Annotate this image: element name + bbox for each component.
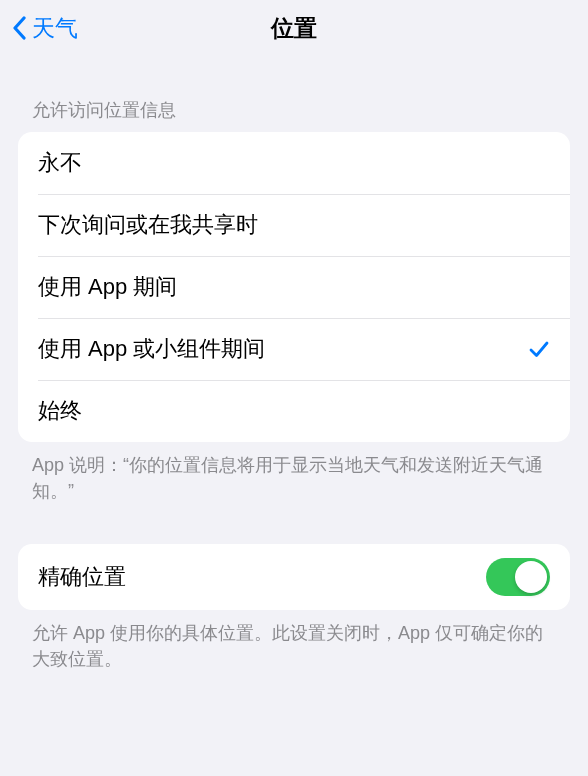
section-footer: App 说明：“你的位置信息将用于显示当地天气和发送附近天气通知。” — [0, 442, 588, 504]
option-always[interactable]: 始终 — [18, 380, 570, 442]
option-while-using-or-widgets[interactable]: 使用 App 或小组件期间 — [18, 318, 570, 380]
section-precise-location: 精确位置 允许 App 使用你的具体位置。此设置关闭时，App 仅可确定你的大致… — [0, 544, 588, 672]
section-footer: 允许 App 使用你的具体位置。此设置关闭时，App 仅可确定你的大致位置。 — [0, 610, 588, 672]
nav-bar: 天气 位置 — [0, 0, 588, 56]
page-title: 位置 — [0, 13, 588, 44]
option-label: 始终 — [38, 381, 550, 442]
section-header: 允许访问位置信息 — [0, 98, 588, 132]
precise-toggle[interactable] — [486, 558, 550, 596]
option-label: 永不 — [38, 133, 550, 194]
toggle-knob — [515, 561, 547, 593]
chevron-left-icon — [10, 14, 28, 42]
precise-group: 精确位置 — [18, 544, 570, 610]
options-group: 永不 下次询问或在我共享时 使用 App 期间 使用 App 或小组件期间 始终 — [18, 132, 570, 442]
option-while-using[interactable]: 使用 App 期间 — [18, 256, 570, 318]
precise-location-row[interactable]: 精确位置 — [18, 544, 570, 610]
option-never[interactable]: 永不 — [18, 132, 570, 194]
checkmark-icon — [528, 338, 550, 360]
precise-label: 精确位置 — [38, 547, 486, 608]
back-label: 天气 — [32, 13, 78, 44]
option-label: 下次询问或在我共享时 — [38, 195, 550, 256]
section-location-access: 允许访问位置信息 永不 下次询问或在我共享时 使用 App 期间 使用 App … — [0, 98, 588, 504]
option-label: 使用 App 或小组件期间 — [38, 319, 518, 380]
option-label: 使用 App 期间 — [38, 257, 550, 318]
option-ask-next[interactable]: 下次询问或在我共享时 — [18, 194, 570, 256]
back-button[interactable]: 天气 — [0, 13, 78, 44]
